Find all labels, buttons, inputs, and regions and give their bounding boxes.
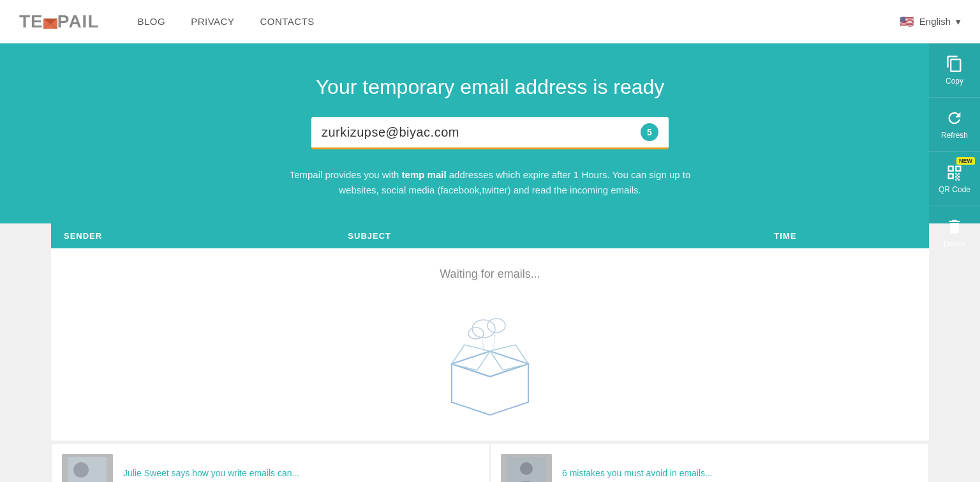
blog-thumb-1: [501, 454, 552, 482]
delete-icon: [946, 218, 963, 236]
svg-point-9: [487, 319, 505, 333]
nav-blog[interactable]: BLOG: [137, 16, 165, 27]
flag-icon: 🇺🇸: [899, 17, 914, 27]
copy-button[interactable]: Copy: [929, 43, 980, 98]
svg-marker-5: [452, 351, 528, 377]
language-selector[interactable]: 🇺🇸 English ▾: [899, 16, 961, 27]
nav-privacy[interactable]: PRIVACY: [191, 16, 234, 27]
email-address: zurkizupse@biyac.com: [322, 125, 641, 140]
blog-thumb-0: [62, 454, 113, 482]
blog-card-1[interactable]: 6 mistakes you must avoid in emails...: [490, 443, 929, 482]
refresh-icon: [946, 109, 963, 127]
delete-button[interactable]: Delete: [929, 206, 980, 260]
hero-section: Your temporary email address is ready zu…: [0, 43, 980, 223]
inbox-body: Waiting for emails...: [51, 248, 929, 441]
logo-pail: PAIL: [57, 11, 100, 31]
inbox-table-header: SENDER SUBJECT TIME: [51, 223, 929, 248]
logo-envelope-icon: [43, 13, 57, 33]
hero-title: Your temporary email address is ready: [316, 75, 665, 99]
main-nav: BLOG PRIVACY CONTACTS: [137, 16, 314, 27]
refresh-label: Refresh: [941, 131, 968, 140]
action-sidebar: Copy Refresh NEW QR Code Delete: [929, 43, 980, 223]
header: TE PAIL BLOG PRIVACY CONTACTS 🇺🇸 English…: [0, 0, 980, 43]
email-count-badge: 5: [641, 123, 658, 141]
logo[interactable]: TE PAIL: [19, 11, 99, 32]
blog-section: Julie Sweet says how you write emails ca…: [51, 443, 929, 482]
copy-label: Copy: [946, 77, 963, 86]
refresh-button[interactable]: Refresh: [929, 98, 980, 152]
col-sender: SENDER: [64, 231, 348, 241]
svg-marker-4: [452, 364, 528, 415]
blog-title-0: Julie Sweet says how you write emails ca…: [123, 468, 299, 478]
svg-point-14: [73, 462, 89, 478]
blog-card-0[interactable]: Julie Sweet says how you write emails ca…: [51, 443, 490, 482]
copy-icon: [946, 55, 963, 73]
logo-te: TE: [19, 11, 43, 31]
waiting-text: Waiting for emails...: [440, 267, 540, 281]
svg-point-17: [520, 462, 533, 475]
hero-description: Tempail provides you with temp mail addr…: [273, 167, 707, 198]
delete-label: Delete: [944, 239, 966, 248]
new-badge: NEW: [956, 157, 975, 165]
qrcode-button[interactable]: NEW QR Code: [929, 152, 980, 206]
inbox-section: SENDER SUBJECT TIME Waiting for emails..…: [51, 223, 929, 441]
nav-contacts[interactable]: CONTACTS: [260, 16, 314, 27]
svg-line-12: [493, 335, 495, 350]
language-label: English: [919, 16, 951, 27]
col-subject: SUBJECT: [348, 231, 774, 241]
dropdown-arrow-icon: ▾: [956, 16, 961, 27]
qrcode-label: QR Code: [939, 185, 970, 194]
blog-title-1: 6 mistakes you must avoid in emails...: [562, 468, 713, 478]
svg-point-10: [468, 328, 484, 339]
empty-inbox-illustration: [426, 294, 554, 421]
qrcode-icon: [946, 163, 963, 181]
email-display-box[interactable]: zurkizupse@biyac.com 5: [311, 117, 669, 149]
col-time: TIME: [774, 231, 916, 241]
